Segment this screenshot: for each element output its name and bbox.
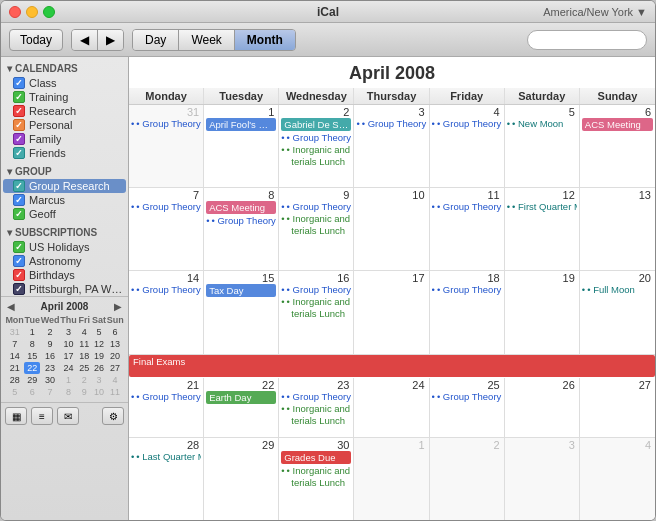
day-cell[interactable]: 1April Fool's Day xyxy=(204,105,279,187)
mini-cal-date[interactable]: 3 xyxy=(60,326,77,338)
event-dot[interactable]: • First Quarter Moon xyxy=(507,201,577,212)
event-dot[interactable]: • Group Theory xyxy=(131,391,201,402)
mini-cal-date[interactable]: 1 xyxy=(60,374,77,386)
mini-cal-date[interactable]: 5 xyxy=(92,326,107,338)
mini-cal-date[interactable]: 15 xyxy=(24,350,40,362)
next-button[interactable]: ▶ xyxy=(98,30,123,50)
checkbox-friends[interactable] xyxy=(13,147,25,159)
sidebar-item-us-holidays[interactable]: US Holidays xyxy=(1,240,128,254)
search-input[interactable] xyxy=(527,30,647,50)
event-dot[interactable]: • Group Theory xyxy=(281,201,351,212)
sidebar-item-training[interactable]: Training xyxy=(1,90,128,104)
event-dot[interactable]: • Inorganic and Ma- xyxy=(281,213,351,224)
event-dot[interactable]: • Group Theory xyxy=(432,284,502,295)
day-cell[interactable]: 30Grades Due• Inorganic and Ma-terials L… xyxy=(279,438,354,520)
mini-cal-date[interactable]: 19 xyxy=(92,350,107,362)
checkbox-class[interactable] xyxy=(13,77,25,89)
mini-cal-date[interactable]: 31 xyxy=(5,326,24,338)
event-dot[interactable]: • Inorganic and Ma- xyxy=(281,403,351,414)
day-view-button[interactable]: Day xyxy=(133,30,179,50)
day-cell[interactable]: 8ACS Meeting• Group Theory xyxy=(204,188,279,270)
day-cell[interactable]: 19 xyxy=(505,271,580,353)
mail-icon[interactable]: ✉ xyxy=(57,407,79,425)
event-dot[interactable]: • Group Theory xyxy=(131,284,201,295)
day-cell[interactable]: 23• Group Theory• Inorganic and Ma-teria… xyxy=(279,378,354,437)
mini-cal-prev[interactable]: ◀ xyxy=(5,301,17,312)
day-cell[interactable]: 4• Group Theory xyxy=(430,105,505,187)
event-dot[interactable]: • Group Theory xyxy=(432,118,502,129)
event-dot[interactable]: • Group Theory xyxy=(281,391,351,402)
mini-cal-date[interactable]: 9 xyxy=(40,338,60,350)
mini-cal-date[interactable]: 29 xyxy=(24,374,40,386)
day-cell[interactable]: 2Gabriel De Sanctis's...• Group Theory• … xyxy=(279,105,354,187)
mini-cal-date[interactable]: 24 xyxy=(60,362,77,374)
mini-cal-date[interactable]: 22 xyxy=(24,362,40,374)
event-dot[interactable]: • Inorganic and Ma- xyxy=(281,296,351,307)
settings-icon[interactable]: ⚙ xyxy=(102,407,124,425)
month-icon[interactable]: ▦ xyxy=(5,407,27,425)
day-cell[interactable]: 21• Group Theory xyxy=(129,378,204,437)
close-button[interactable] xyxy=(9,6,21,18)
mini-cal-date[interactable]: 9 xyxy=(77,386,92,398)
mini-cal-date[interactable]: 28 xyxy=(5,374,24,386)
minimize-button[interactable] xyxy=(26,6,38,18)
month-view-button[interactable]: Month xyxy=(235,30,295,50)
day-cell[interactable]: 3 xyxy=(505,438,580,520)
event-bar[interactable]: April Fool's Day xyxy=(206,118,276,131)
mini-cal-date[interactable]: 17 xyxy=(60,350,77,362)
day-cell[interactable]: 15Tax Day xyxy=(204,271,279,353)
mini-cal-date[interactable]: 20 xyxy=(106,350,124,362)
mini-cal-date[interactable]: 2 xyxy=(40,326,60,338)
event-dot[interactable]: • Group Theory xyxy=(131,201,201,212)
event-banner[interactable]: Final Exams xyxy=(129,355,655,377)
checkbox-training[interactable] xyxy=(13,91,25,103)
event-dot[interactable]: • Group Theory xyxy=(281,284,351,295)
day-cell[interactable]: 28• Last Quarter Moon xyxy=(129,438,204,520)
mini-cal-date[interactable]: 8 xyxy=(60,386,77,398)
event-dot[interactable]: • Group Theory xyxy=(356,118,426,129)
checkbox-research[interactable] xyxy=(13,105,25,117)
mini-cal-date[interactable]: 18 xyxy=(77,350,92,362)
day-cell[interactable]: 25• Group Theory xyxy=(430,378,505,437)
day-cell[interactable]: 4 xyxy=(580,438,655,520)
checkbox-astronomy[interactable] xyxy=(13,255,25,267)
event-bar[interactable]: ACS Meeting xyxy=(206,201,276,214)
sidebar-item-class[interactable]: Class xyxy=(1,76,128,90)
mini-cal-date[interactable]: 13 xyxy=(106,338,124,350)
event-dot[interactable]: • Group Theory xyxy=(432,201,502,212)
mini-cal-date[interactable]: 7 xyxy=(5,338,24,350)
event-dot[interactable]: • Inorganic and Ma- xyxy=(281,144,351,155)
mini-cal-date[interactable]: 1 xyxy=(24,326,40,338)
maximize-button[interactable] xyxy=(43,6,55,18)
day-cell[interactable]: 16• Group Theory• Inorganic and Ma-teria… xyxy=(279,271,354,353)
event-dot[interactable]: • Group Theory xyxy=(131,118,201,129)
day-cell[interactable]: 12• First Quarter Moon xyxy=(505,188,580,270)
event-bar[interactable]: Tax Day xyxy=(206,284,276,297)
day-cell[interactable]: 26 xyxy=(505,378,580,437)
day-cell[interactable]: 18• Group Theory xyxy=(430,271,505,353)
day-cell[interactable]: 13 xyxy=(580,188,655,270)
day-cell[interactable]: 29 xyxy=(204,438,279,520)
event-bar[interactable]: Grades Due xyxy=(281,451,351,464)
event-dot[interactable]: • Inorganic and Ma- xyxy=(281,465,351,476)
event-dot[interactable]: • Full Moon xyxy=(582,284,653,295)
mini-cal-date[interactable]: 30 xyxy=(40,374,60,386)
today-button[interactable]: Today xyxy=(9,29,63,51)
checkbox-birthdays[interactable] xyxy=(13,269,25,281)
mini-cal-date[interactable]: 5 xyxy=(5,386,24,398)
sidebar-item-pittsburgh[interactable]: Pittsburgh, PA Weathe... xyxy=(1,282,128,296)
day-cell[interactable]: 14• Group Theory xyxy=(129,271,204,353)
day-cell[interactable]: 27 xyxy=(580,378,655,437)
day-cell[interactable]: 17 xyxy=(354,271,429,353)
mini-cal-date[interactable]: 25 xyxy=(77,362,92,374)
day-cell[interactable]: 20• Full Moon xyxy=(580,271,655,353)
sidebar-item-astronomy[interactable]: Astronomy xyxy=(1,254,128,268)
mini-cal-date[interactable]: 27 xyxy=(106,362,124,374)
mini-cal-date[interactable]: 8 xyxy=(24,338,40,350)
checkbox-group-research[interactable] xyxy=(13,180,25,192)
day-cell[interactable]: 5• New Moon xyxy=(505,105,580,187)
day-cell[interactable]: 24 xyxy=(354,378,429,437)
mini-cal-date[interactable]: 6 xyxy=(24,386,40,398)
event-dot[interactable]: • Group Theory xyxy=(281,132,351,143)
mini-cal-date[interactable]: 14 xyxy=(5,350,24,362)
